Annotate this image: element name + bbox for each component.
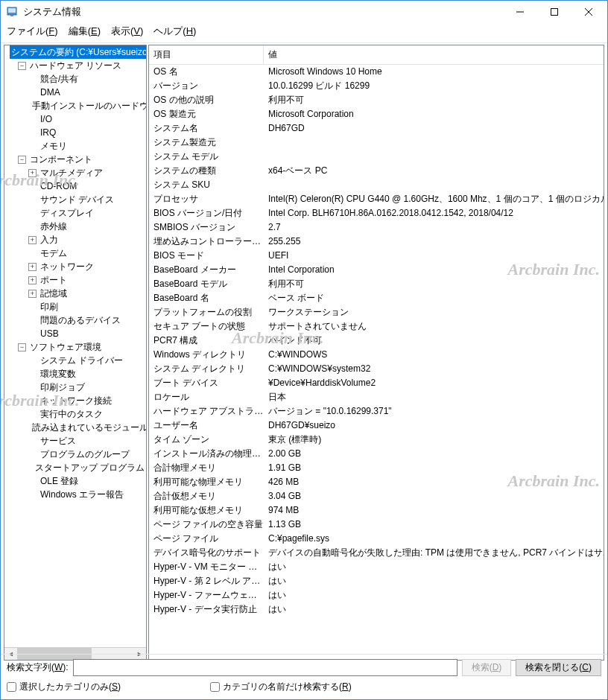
- tree-item[interactable]: 問題のあるデバイス: [4, 314, 146, 327]
- titlebar: システム情報: [1, 1, 607, 23]
- details-row[interactable]: 合計仮想メモリ3.04 GB: [149, 489, 604, 503]
- details-row[interactable]: SMBIOS バージョン2.7: [149, 220, 604, 235]
- details-row[interactable]: PCR7 構成バインド不可: [149, 334, 604, 348]
- details-row[interactable]: OS 名Microsoft Windows 10 Home: [149, 65, 604, 79]
- tree-item[interactable]: −ソフトウェア環境: [4, 340, 146, 354]
- tree-item[interactable]: CD-ROM: [4, 179, 146, 193]
- details-row[interactable]: ページ ファイルの空き容量1.13 GB: [149, 518, 604, 532]
- search-input[interactable]: [73, 659, 457, 676]
- details-row[interactable]: システム ディレクトリC:¥WINDOWS¥system32: [149, 362, 604, 376]
- tree-item[interactable]: +ポート: [4, 273, 146, 287]
- tree-item[interactable]: USB: [4, 327, 146, 340]
- tree-item[interactable]: OLE 登録: [4, 474, 146, 488]
- details-row[interactable]: BaseBoard メーカーIntel Corporation: [149, 263, 604, 277]
- details-row[interactable]: BIOS モードUEFI: [149, 249, 604, 263]
- details-row[interactable]: プロセッサIntel(R) Celeron(R) CPU G440 @ 1.60…: [149, 192, 604, 206]
- details-row[interactable]: Windows ディレクトリC:¥WINDOWS: [149, 348, 604, 362]
- details-row[interactable]: インストール済みの物理メモ...2.00 GB: [149, 447, 604, 461]
- details-row[interactable]: システムの種類x64-ベース PC: [149, 164, 604, 178]
- tree-item[interactable]: −ハードウェア リソース: [4, 59, 146, 72]
- details-row[interactable]: 合計物理メモリ1.91 GB: [149, 461, 604, 475]
- tree-item[interactable]: 手動インストールのハードウェア: [4, 99, 146, 112]
- find-button[interactable]: 検索(D): [462, 659, 512, 676]
- details-row[interactable]: システム製造元: [149, 136, 604, 150]
- details-row[interactable]: 利用可能な物理メモリ426 MB: [149, 475, 604, 489]
- details-row[interactable]: OS の他の説明利用不可: [149, 93, 604, 107]
- details-row[interactable]: システム モデル: [149, 150, 604, 164]
- details-row[interactable]: Hyper-V - ファームウェアで仮...はい: [149, 588, 604, 602]
- details-row[interactable]: ページ ファイルC:¥pagefile.sys: [149, 532, 604, 546]
- tree-item[interactable]: モデム: [4, 246, 146, 260]
- tree-item[interactable]: メモリ: [4, 139, 146, 153]
- details-row[interactable]: ユーザー名DH67GD¥sueizo: [149, 419, 604, 433]
- tree-item[interactable]: スタートアップ プログラム: [4, 461, 146, 474]
- maximize-button[interactable]: [537, 1, 571, 23]
- close-button[interactable]: [571, 1, 606, 23]
- tree-item[interactable]: ネットワーク接続: [4, 394, 146, 407]
- menu-file[interactable]: ファイル(F): [7, 25, 58, 38]
- tree-item[interactable]: +入力: [4, 233, 146, 246]
- tree-panel: システムの要約 (C:¥Users¥sueizo¥Ap−ハードウェア リソース競…: [4, 45, 147, 661]
- tree-item[interactable]: プログラムのグループ: [4, 448, 146, 461]
- details-row[interactable]: ロケール日本: [149, 390, 604, 404]
- menu-view[interactable]: 表示(V): [111, 25, 143, 38]
- details-row[interactable]: バージョン10.0.16299 ビルド 16299: [149, 79, 604, 93]
- svg-rect-4: [551, 9, 558, 16]
- menubar: ファイル(F) 編集(E) 表示(V) ヘルプ(H): [1, 23, 607, 42]
- window-title: システム情報: [23, 5, 503, 19]
- tree-item[interactable]: +マルチメディア: [4, 166, 146, 179]
- details-row[interactable]: OS 製造元Microsoft Corporation: [149, 107, 604, 121]
- details-row[interactable]: Hyper-V - 第 2 レベル アド...はい: [149, 574, 604, 588]
- details-row[interactable]: システム SKU: [149, 178, 604, 192]
- details-row[interactable]: タイム ゾーン東京 (標準時): [149, 433, 604, 447]
- tree-item[interactable]: 読み込まれているモジュール: [4, 421, 146, 434]
- svg-rect-2: [10, 15, 13, 16]
- tree-item[interactable]: DMA: [4, 86, 146, 99]
- tree-item[interactable]: システム ドライバー: [4, 354, 146, 367]
- tree-item[interactable]: I/O: [4, 112, 146, 126]
- details-row[interactable]: BIOS バージョン/日付Intel Corp. BLH6710H.86A.01…: [149, 206, 604, 220]
- details-row[interactable]: セキュア ブートの状態サポートされていません: [149, 319, 604, 334]
- tree-item[interactable]: Windows エラー報告: [4, 488, 146, 501]
- details-row[interactable]: Hyper-V - VM モニター モー...はい: [149, 560, 604, 574]
- tree-item[interactable]: +ネットワーク: [4, 260, 146, 273]
- close-search-button[interactable]: 検索を閉じる(C): [516, 659, 601, 676]
- details-panel: 項目 値 OS 名Microsoft Windows 10 Homeバージョン1…: [148, 45, 604, 661]
- search-bar: 検索文字列(W): 検索(D) 検索を閉じる(C) 選択したカテゴリのみ(S) …: [1, 654, 607, 699]
- details-row[interactable]: 埋め込みコントローラーのバー...255.255: [149, 235, 604, 249]
- details-row[interactable]: ハードウェア アブストラクション...バージョン = "10.0.16299.3…: [149, 404, 604, 419]
- details-row[interactable]: デバイス暗号化のサポートデバイスの自動暗号化が失敗した理由: TPM は使用でき…: [149, 546, 604, 560]
- tree-item[interactable]: 競合/共有: [4, 72, 146, 86]
- details-row[interactable]: システム名DH67GD: [149, 121, 604, 136]
- search-label: 検索文字列(W):: [7, 661, 69, 674]
- details-row[interactable]: ブート デバイス¥Device¥HarddiskVolume2: [149, 376, 604, 390]
- tree-item[interactable]: 印刷: [4, 300, 146, 314]
- tree-item[interactable]: システムの要約 (C:¥Users¥sueizo¥Ap: [4, 45, 146, 59]
- menu-help[interactable]: ヘルプ(H): [153, 25, 196, 38]
- details-row[interactable]: Hyper-V - データ実行防止はい: [149, 602, 604, 617]
- menu-edit[interactable]: 編集(E): [69, 25, 101, 38]
- tree-item[interactable]: サービス: [4, 434, 146, 448]
- app-icon: [7, 6, 19, 18]
- tree-item[interactable]: 環境変数: [4, 367, 146, 381]
- tree-item[interactable]: −コンポーネント: [4, 153, 146, 166]
- tree-item[interactable]: 印刷ジョブ: [4, 381, 146, 394]
- svg-rect-1: [8, 8, 16, 13]
- minimize-button[interactable]: [503, 1, 537, 23]
- header-value[interactable]: 値: [264, 45, 282, 64]
- chk-category-names-only[interactable]: カテゴリの名前だけ検索する(R): [210, 681, 352, 693]
- details-row[interactable]: プラットフォームの役割ワークステーション: [149, 305, 604, 319]
- details-header[interactable]: 項目 値: [149, 45, 604, 65]
- tree-item[interactable]: 実行中のタスク: [4, 407, 146, 421]
- tree-item[interactable]: ディスプレイ: [4, 206, 146, 220]
- tree-item[interactable]: サウンド デバイス: [4, 193, 146, 206]
- details-row[interactable]: BaseBoard 名ベース ボード: [149, 291, 604, 305]
- details-row[interactable]: 利用可能な仮想メモリ974 MB: [149, 503, 604, 518]
- tree-item[interactable]: 赤外線: [4, 220, 146, 233]
- tree-item[interactable]: +記憶域: [4, 287, 146, 300]
- details-row[interactable]: BaseBoard モデル利用不可: [149, 277, 604, 291]
- chk-selected-category[interactable]: 選択したカテゴリのみ(S): [7, 681, 121, 693]
- tree-item[interactable]: IRQ: [4, 126, 146, 139]
- header-item[interactable]: 項目: [149, 45, 264, 64]
